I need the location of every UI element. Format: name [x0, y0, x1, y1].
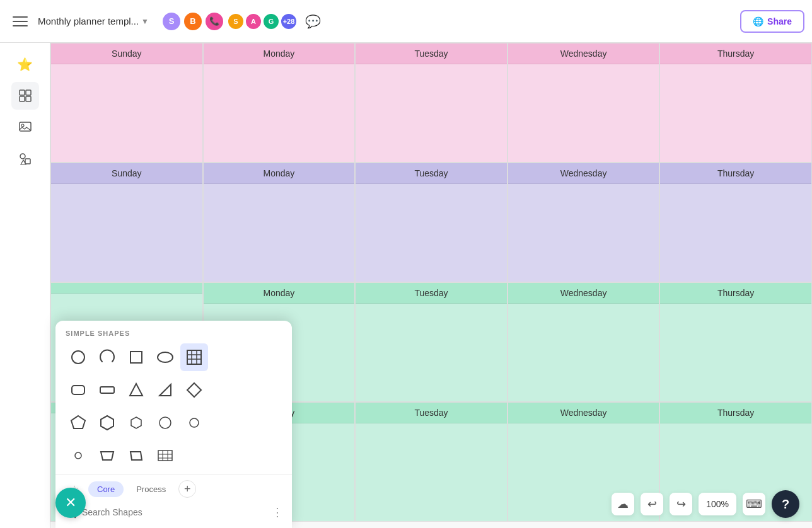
cal-cell-wed-1[interactable]: Wednesday [508, 43, 660, 163]
share-button[interactable]: 🌐 Share [740, 10, 804, 33]
shape-square[interactable] [122, 343, 150, 371]
svg-marker-28 [130, 452, 142, 460]
search-shapes-input[interactable] [82, 507, 267, 517]
cloud-save-button[interactable]: ☁ [612, 493, 634, 515]
chat-icon[interactable]: 💬 [305, 14, 321, 29]
shape-right-triangle[interactable] [151, 376, 179, 404]
cal-cell-wed-3[interactable]: Wednesday [508, 282, 660, 402]
shapes-more-icon[interactable]: ⋮ [272, 505, 283, 519]
zoom-level-display[interactable]: 100% [699, 493, 736, 515]
avatar-b[interactable]: B [183, 11, 203, 32]
svg-marker-19 [160, 384, 171, 396]
shapes-tab-process[interactable]: Process [127, 481, 175, 497]
share-globe-icon: 🌐 [753, 16, 763, 26]
keyboard-icon: ⌨ [746, 497, 762, 511]
collab-count-badge[interactable]: +28 [280, 13, 298, 30]
shape-circle-sm[interactable] [180, 409, 208, 437]
svg-rect-29 [158, 451, 172, 461]
svg-rect-3 [26, 96, 31, 101]
cal-cell-sun-2[interactable]: Sunday [50, 163, 203, 282]
cal-cell-tue-3[interactable]: Tuesday [355, 282, 508, 402]
shapes-tab-add-button[interactable]: + [178, 480, 196, 498]
redo-icon: ↪ [676, 497, 686, 511]
avatar-extra-1[interactable]: S [227, 13, 245, 30]
shapes-grid-row2 [55, 374, 292, 406]
cal-cell-wed-2[interactable]: Wednesday [508, 163, 660, 282]
svg-rect-16 [72, 386, 84, 394]
close-fab-button[interactable]: ✕ [55, 488, 86, 518]
avatar-p[interactable]: 📞 [204, 11, 224, 32]
calendar-row-2: Sunday Monday Tuesday Wednesday Thursday [50, 163, 812, 282]
sidebar-tool-star[interactable]: ⭐ [11, 50, 39, 78]
svg-rect-11 [187, 350, 201, 364]
svg-rect-4 [20, 122, 31, 131]
shapes-grid-row4 [55, 439, 292, 472]
shapes-tabs: ☆ Core Process + [55, 474, 292, 502]
cal-header-thu-3: Thursday [660, 283, 811, 304]
cal-header-thu-1: Thursday [660, 43, 811, 64]
shape-arc[interactable] [93, 343, 121, 371]
shapes-panel: SIMPLE SHAPES [55, 321, 292, 528]
shape-parallelogram[interactable] [122, 442, 150, 469]
cal-cell-thu-1[interactable]: Thursday [659, 43, 812, 163]
shape-wide-rect[interactable] [93, 376, 121, 404]
svg-marker-22 [101, 416, 113, 430]
shape-hexagon-sm[interactable] [122, 409, 150, 437]
avatar-s[interactable]: S [161, 11, 182, 32]
cal-header-sun-2: Sunday [51, 163, 202, 184]
svg-marker-18 [130, 384, 142, 396]
cal-cell-thu-3[interactable]: Thursday [659, 282, 812, 402]
cal-header-tue-2: Tuesday [356, 163, 507, 184]
share-label: Share [767, 16, 792, 26]
shape-trapezoid[interactable] [93, 442, 121, 469]
cal-cell-mon-2[interactable]: Monday [203, 163, 356, 282]
sidebar-tool-image[interactable] [11, 113, 39, 141]
svg-point-24 [160, 417, 171, 428]
collaborators-area: S B 📞 [161, 11, 224, 32]
avatar-extra-3[interactable]: G [262, 13, 280, 30]
shape-grid-2[interactable] [151, 442, 179, 469]
shape-hexagon[interactable] [93, 409, 121, 437]
shape-small-circle[interactable] [64, 442, 92, 469]
topbar: Monthly planner templ... ▼ S B 📞 S A G +… [0, 0, 812, 43]
bottom-toolbar: ☁ ↩ ↪ 100% ⌨ ? [612, 490, 799, 518]
svg-point-26 [75, 452, 81, 459]
sidebar-tool-shapes[interactable] [11, 145, 39, 173]
shapes-tab-core[interactable]: Core [88, 481, 124, 497]
avatar-extra-2[interactable]: A [245, 13, 262, 30]
undo-button[interactable]: ↩ [641, 493, 663, 515]
close-icon: ✕ [65, 495, 76, 511]
keyboard-button[interactable]: ⌨ [743, 493, 765, 515]
sidebar-tool-grid[interactable] [11, 82, 39, 110]
shape-ellipse[interactable] [151, 343, 179, 371]
shape-rounded-rect[interactable] [64, 376, 92, 404]
shapes-grid-row1 [55, 341, 292, 374]
shape-circle-outline[interactable] [151, 409, 179, 437]
title-dropdown-arrow[interactable]: ▼ [141, 17, 149, 26]
undo-icon: ↩ [647, 497, 657, 511]
cal-header-wed-1: Wednesday [508, 43, 659, 64]
shape-circle[interactable] [64, 343, 92, 371]
shape-table[interactable] [180, 343, 208, 371]
cal-cell-tue-4[interactable]: Tuesday [355, 402, 508, 522]
doc-title-area: Monthly planner templ... ▼ [38, 16, 149, 26]
cal-cell-tue-1[interactable]: Tuesday [355, 43, 508, 163]
cal-header-mon-1: Monday [204, 43, 355, 64]
shape-pentagon[interactable] [64, 409, 92, 437]
cal-cell-mon-1[interactable]: Monday [203, 43, 356, 163]
shape-triangle[interactable] [122, 376, 150, 404]
cal-header-wed-2: Wednesday [508, 163, 659, 184]
cal-header-wed-4: Wednesday [508, 403, 659, 423]
cal-cell-thu-2[interactable]: Thursday [659, 163, 812, 282]
svg-marker-23 [131, 417, 141, 428]
doc-title[interactable]: Monthly planner templ... [38, 16, 139, 26]
help-button[interactable]: ? [772, 490, 799, 518]
svg-point-5 [21, 124, 24, 127]
cal-cell-tue-2[interactable]: Tuesday [355, 163, 508, 282]
svg-marker-27 [101, 452, 113, 460]
cal-cell-sun-1[interactable]: Sunday [50, 43, 203, 163]
svg-rect-1 [26, 90, 31, 95]
shape-diamond[interactable] [180, 376, 208, 404]
redo-button[interactable]: ↪ [670, 493, 692, 515]
menu-button[interactable] [8, 9, 33, 34]
